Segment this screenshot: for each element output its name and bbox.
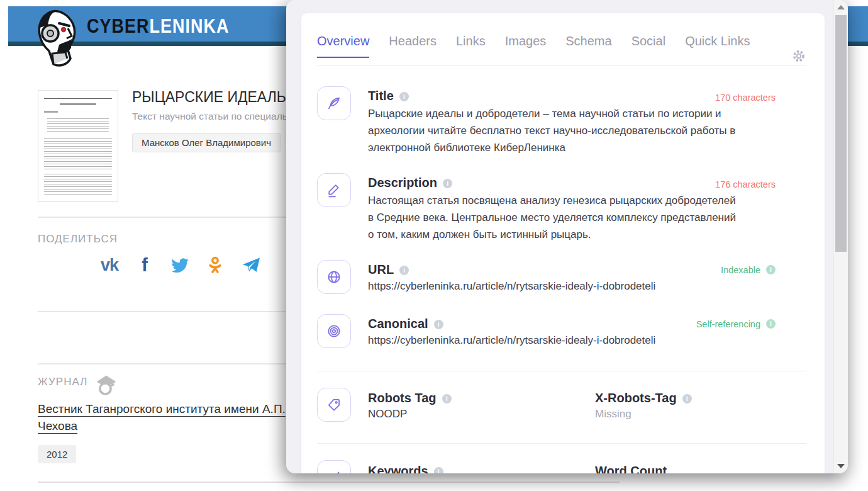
tab-links[interactable]: Links bbox=[456, 34, 486, 57]
vk-share-icon[interactable]: vk bbox=[97, 254, 121, 276]
keywords-key-icon bbox=[317, 460, 351, 473]
x-robots-tag-section-label: X-Robots-Tag bbox=[595, 391, 692, 405]
canonical-info-icon[interactable] bbox=[434, 320, 443, 329]
cyberleninka-logo-icon[interactable] bbox=[35, 8, 82, 67]
canonical-badge-text: Self-referencing bbox=[696, 319, 760, 329]
thumbnail-body-lines-1 bbox=[44, 138, 112, 170]
title-label-text: Title bbox=[368, 89, 394, 103]
x-robots-tag-label-text: X-Robots-Tag bbox=[595, 391, 677, 405]
screen: CYBERLENINKA РЫЦАРСКИЕ ИДЕАЛЫ И Текст на… bbox=[0, 0, 868, 491]
thumbnail-rule bbox=[44, 98, 112, 99]
settings-gear-icon[interactable] bbox=[791, 48, 807, 64]
odnoklassniki-share-icon[interactable] bbox=[203, 254, 227, 276]
url-label-text: URL bbox=[368, 262, 394, 276]
description-value-text: Настоящая статья посвящена анализу генез… bbox=[368, 192, 740, 243]
description-section-label: Description bbox=[368, 176, 452, 190]
thumbnail-body-lines-2 bbox=[44, 174, 112, 195]
author-chip[interactable]: Мансков Олег Владимирович bbox=[132, 133, 281, 152]
panel-scrollbar[interactable] bbox=[833, 0, 848, 473]
telegram-share-icon[interactable] bbox=[238, 254, 262, 276]
tabs-divider bbox=[317, 65, 806, 66]
url-value: https://cyberleninka.ru/article/n/rytsar… bbox=[368, 280, 655, 293]
card-divider-1 bbox=[317, 371, 806, 371]
url-badge-text: Indexable bbox=[721, 265, 760, 275]
title-section-label: Title bbox=[368, 89, 409, 103]
keywords-info-icon[interactable] bbox=[434, 467, 443, 473]
tab-quick-links[interactable]: Quick Links bbox=[685, 34, 750, 57]
title-info-icon[interactable] bbox=[399, 92, 409, 101]
indexable-info-icon[interactable] bbox=[766, 265, 776, 274]
tab-overview[interactable]: Overview bbox=[317, 34, 369, 58]
thumbnail-label-line bbox=[44, 111, 58, 113]
journal-section-label: ЖУРНАЛ bbox=[38, 376, 87, 388]
title-char-count-badge: 170 characters bbox=[715, 93, 776, 103]
robots-tag-info-icon[interactable] bbox=[442, 394, 452, 404]
canonical-self-ref-badge: Self-referencing bbox=[696, 319, 776, 329]
word-count-section-label: Word Count bbox=[595, 464, 667, 473]
url-section-label: URL bbox=[368, 262, 409, 277]
canonical-value: https://cyberleninka.ru/article/n/rytsar… bbox=[368, 334, 655, 347]
canonical-label-text: Canonical bbox=[368, 317, 428, 330]
thumbnail-abstract-lines bbox=[47, 118, 109, 132]
x-robots-tag-info-icon[interactable] bbox=[682, 394, 692, 404]
share-section-label: ПОДЕЛИТЬСЯ bbox=[38, 233, 118, 246]
seo-extension-panel: Overview Headers Links Images Schema Soc… bbox=[286, 0, 848, 473]
card-divider-2 bbox=[317, 443, 806, 444]
tab-social[interactable]: Social bbox=[632, 34, 665, 57]
thumbnail-heading-line bbox=[60, 103, 96, 105]
journal-link[interactable]: Вестник Таганрогского института имени А.… bbox=[38, 400, 288, 434]
description-char-count-badge: 176 characters bbox=[715, 179, 776, 189]
description-label-text: Description bbox=[368, 176, 437, 189]
x-robots-tag-value: Missing bbox=[595, 408, 632, 420]
robots-tag-icon bbox=[317, 388, 351, 422]
logo-text-leninka: LENINKA bbox=[150, 15, 230, 37]
panel-tab-bar: Overview Headers Links Images Schema Soc… bbox=[317, 34, 807, 58]
facebook-share-icon[interactable]: f bbox=[133, 254, 157, 276]
word-count-label-text: Word Count bbox=[595, 464, 667, 473]
scrollbar-thumb[interactable] bbox=[835, 15, 847, 252]
tab-images[interactable]: Images bbox=[505, 34, 547, 57]
robots-tag-section-label: Robots Tag bbox=[368, 391, 452, 405]
cyberleninka-logo-text[interactable]: CYBERLENINKA bbox=[87, 15, 230, 38]
seo-overview-card: Overview Headers Links Images Schema Soc… bbox=[301, 13, 825, 473]
scrollbar-up-arrow-icon[interactable] bbox=[837, 5, 845, 9]
title-quill-icon bbox=[317, 86, 351, 120]
google-scholar-icon[interactable] bbox=[94, 373, 118, 398]
tab-schema[interactable]: Schema bbox=[565, 34, 611, 57]
share-buttons-row: vk f bbox=[97, 254, 262, 276]
article-title: РЫЦАРСКИЕ ИДЕАЛЫ И bbox=[132, 89, 304, 106]
article-preview-thumbnail bbox=[38, 90, 118, 202]
robots-tag-value: NOODP bbox=[368, 408, 407, 420]
keywords-section-label: Keywords bbox=[368, 464, 443, 473]
canonical-target-icon bbox=[317, 314, 351, 348]
scrollbar-down-arrow-icon[interactable] bbox=[837, 464, 845, 468]
url-indexable-badge: Indexable bbox=[721, 265, 776, 275]
title-value-text: Рыцарские идеалы и добродетели – тема на… bbox=[368, 105, 740, 156]
logo-text-cyber: CYBER bbox=[87, 15, 150, 37]
url-info-icon[interactable] bbox=[399, 266, 409, 275]
keywords-label-text: Keywords bbox=[368, 464, 428, 473]
url-globe-icon bbox=[317, 260, 351, 294]
description-pencil-icon bbox=[317, 173, 351, 207]
description-info-icon[interactable] bbox=[443, 179, 452, 188]
twitter-share-icon[interactable] bbox=[168, 254, 192, 276]
page-divider-4 bbox=[38, 482, 620, 483]
self-referencing-info-icon[interactable] bbox=[766, 319, 776, 329]
tab-headers[interactable]: Headers bbox=[389, 34, 437, 57]
canonical-section-label: Canonical bbox=[368, 317, 443, 331]
robots-tag-label-text: Robots Tag bbox=[368, 391, 437, 405]
journal-year-badge[interactable]: 2012 bbox=[38, 445, 76, 463]
